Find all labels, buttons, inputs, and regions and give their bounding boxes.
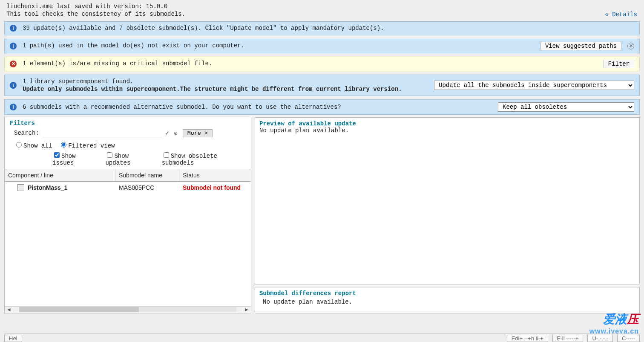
col-submodel[interactable]: Submodel name	[115, 169, 179, 181]
filters-box: Filters Search: ✓ ⊗ More > Show all Filt…	[5, 117, 251, 169]
show-all-radio[interactable]: Show all	[14, 141, 52, 149]
filtered-view-label: Filtered view	[68, 142, 115, 149]
banner-supercomponent: i 1 library supercomponent found. Update…	[4, 75, 640, 96]
more-button[interactable]: More >	[183, 129, 213, 137]
close-icon[interactable]: ✕	[627, 43, 634, 49]
alternatives-action-select[interactable]: Keep all obsoletes	[498, 102, 634, 112]
component-name: PistonMass_1	[28, 184, 67, 191]
banner-missing-text: 1 element(s) is/are missing a critical s…	[23, 60, 598, 67]
show-updates-check[interactable]: Show updates	[105, 151, 153, 166]
info-icon: i	[10, 104, 17, 110]
banner-alternatives: i 6 submodels with a recommended alterna…	[4, 99, 640, 115]
grid-header: Component / line Submodel name Status	[5, 169, 251, 182]
grid-body[interactable]: PistonMass_1 MAS005PCC Submodel not foun…	[5, 182, 251, 306]
supercomponent-action-select[interactable]: Update all the submodels inside supercom…	[434, 81, 634, 90]
banner-paths-text: 1 path(s) used in the model do(es) not e…	[23, 42, 535, 49]
banner-alternatives-text: 6 submodels with a recommended alternati…	[23, 103, 492, 111]
differences-panel: Submodel differences report No update pl…	[255, 287, 640, 313]
supercomp-line2: Update only submodels within supercompon…	[23, 86, 402, 93]
supercomp-line1: 1 library supercomponent found.	[23, 78, 133, 85]
info-icon: i	[10, 25, 17, 32]
error-icon: ✕	[10, 61, 17, 67]
component-icon	[17, 184, 24, 191]
view-suggested-paths-button[interactable]: View suggested paths	[540, 42, 621, 50]
filters-title: Filters	[10, 120, 246, 127]
search-label: Search:	[14, 130, 39, 136]
scroll-left-icon[interactable]: ◄	[5, 307, 13, 313]
status-text: Submodel not found	[179, 183, 251, 192]
clear-icon[interactable]: ⊗	[172, 130, 179, 136]
info-icon: i	[10, 43, 17, 49]
info-icon: i	[10, 82, 17, 89]
scroll-right-icon[interactable]: ►	[242, 307, 251, 313]
diff-title: Submodel differences report	[259, 290, 635, 297]
preview-body: No update plan available.	[259, 127, 635, 134]
filter-button[interactable]: Filter	[604, 60, 634, 68]
banner-missing: ✕ 1 element(s) is/are missing a critical…	[4, 57, 640, 71]
details-label: Details	[612, 11, 637, 18]
diff-body: No update plan available.	[259, 297, 635, 305]
banner-updates: i 39 update(s) available and 7 obsolete …	[4, 21, 640, 35]
banner-paths: i 1 path(s) used in the model do(es) not…	[4, 39, 640, 53]
preview-title: Preview of available update	[259, 120, 635, 127]
banner-updates-text: 39 update(s) available and 7 obsolete su…	[23, 24, 634, 32]
search-input[interactable]	[43, 129, 162, 137]
file-version-line: liuchenxi.ame last saved with version: 1…	[0, 3, 644, 10]
table-row[interactable]: PistonMass_1 MAS005PCC Submodel not foun…	[5, 182, 251, 194]
col-status[interactable]: Status	[179, 169, 251, 181]
filtered-view-radio[interactable]: Filtered view	[59, 141, 115, 149]
check-icon[interactable]: ✓	[165, 129, 169, 137]
submodel-name: MAS005PCC	[115, 183, 179, 192]
left-pane: Filters Search: ✓ ⊗ More > Show all Filt…	[4, 117, 251, 313]
show-obsolete-label: Show obsolete submodels	[162, 153, 217, 166]
horizontal-scrollbar[interactable]: ◄ ►	[5, 306, 251, 313]
details-button[interactable]: « Details	[602, 11, 640, 18]
tool-desc-line: This tool checks the consistency of its …	[0, 10, 644, 18]
scroll-thumb[interactable]	[19, 307, 139, 312]
col-component[interactable]: Component / line	[5, 169, 115, 181]
banner-supercomponent-text: 1 library supercomponent found. Update o…	[23, 78, 428, 93]
show-obsolete-check[interactable]: Show obsolete submodels	[162, 151, 246, 166]
show-issues-check[interactable]: Show issues	[52, 151, 97, 166]
preview-panel: Preview of available update No update pl…	[255, 117, 640, 284]
show-all-label: Show all	[23, 142, 52, 149]
